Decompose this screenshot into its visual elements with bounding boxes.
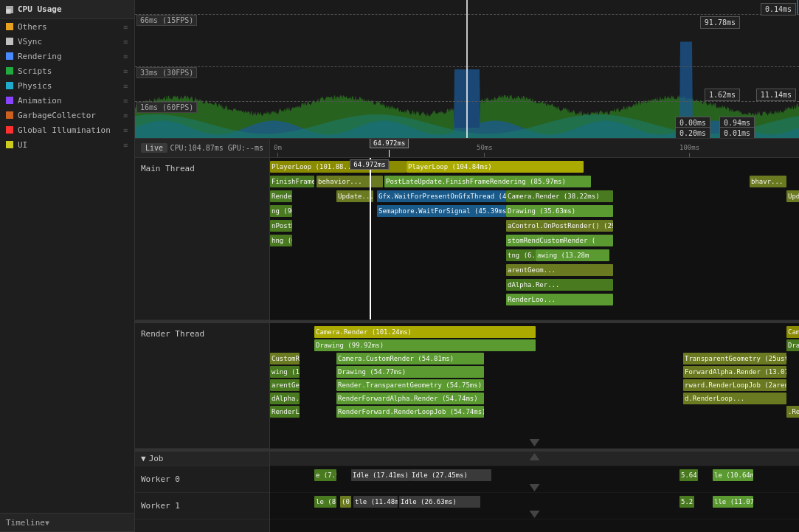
timeline-bar[interactable]: Gfx.WaitForPresentOnGfxThread (45.39ms)	[377, 190, 506, 202]
timeline-bar[interactable]: Update...	[336, 190, 373, 202]
sidebar-title: CPU Usage	[18, 4, 62, 14]
timeline-bar[interactable]: CustomRend...	[270, 353, 300, 365]
timeline-bar[interactable]: le (10.64m	[713, 469, 753, 481]
timeline-bar[interactable]: Update...	[786, 190, 799, 202]
legend-item-scripts[interactable]: Scripts ≡	[0, 63, 134, 78]
legend-label-5: Animation	[18, 96, 123, 106]
main-area: 66ms (15FPS) 33ms (30FPS) 16ms (60FPS) 0…	[135, 0, 799, 532]
legend-item-rendering[interactable]: Rendering ≡	[0, 49, 134, 63]
timeline-bar[interactable]: arentGeom...	[270, 379, 300, 391]
timeline-bar[interactable]: Drawing (35.63ms)	[506, 205, 613, 217]
timeline-bar[interactable]: RenderForwardAlpha.Render (54.74ms)	[336, 393, 484, 404]
timeline-bar[interactable]: tle (11.48ms)	[353, 496, 398, 508]
timeline-bar[interactable]: stomRendCustomRender (	[506, 235, 613, 246]
legend-item-animation[interactable]: Animation ≡	[0, 93, 134, 108]
timeline-bar[interactable]: le (8.81m	[314, 496, 336, 508]
scroll-down-arrow[interactable]	[530, 439, 540, 446]
timeline-bar[interactable]: e (7.98m	[314, 469, 336, 481]
timeline-bar[interactable]: awing (13.28m	[536, 249, 609, 261]
timeline-bar[interactable]: Drawing (54.77ms)	[336, 366, 484, 378]
timeline-bar[interactable]: Camera.Render (38.22ms)	[506, 190, 613, 202]
legend-item-garbagecollector[interactable]: GarbageCollector ≡	[0, 108, 134, 122]
timeline-bar[interactable]: behavior...	[317, 176, 383, 187]
timeline-bar[interactable]: nPostR...	[270, 220, 292, 232]
timeline-bar[interactable]: 5.64...	[679, 469, 698, 481]
timeline-bar[interactable]: Semaphore.WaitForSignal (45.39ms)	[377, 205, 506, 217]
legend-item-vsync[interactable]: VSync ≡	[0, 34, 134, 49]
timeline-dropdown-icon[interactable]: ▼	[45, 519, 49, 527]
timeline-bar[interactable]: Camera.Render (100.15ms)	[786, 326, 799, 338]
scroll-down-worker1[interactable]	[530, 511, 540, 518]
legend-item-global-illumination[interactable]: Global Illumination ≡	[0, 122, 134, 137]
legend-label-7: Global Illumination	[18, 125, 123, 135]
timeline-bar[interactable]: arentGeom...	[506, 264, 613, 276]
scroll-up-arrow-job[interactable]	[530, 453, 540, 460]
render-thread-label: Render Thread	[135, 323, 269, 449]
timeline-bar[interactable]: Render (2)...	[270, 190, 292, 202]
legend-label-8: UI	[18, 140, 123, 150]
timeline-bar[interactable]: RenderLoo...	[506, 294, 613, 305]
worker0-track[interactable]: e (7.98mIdle (17.41ms)Idle (27.45ms)5.64…	[270, 466, 799, 493]
job-section-label[interactable]: ▼ Job	[135, 452, 269, 466]
legend-item-physics[interactable]: Physics ≡	[0, 78, 134, 93]
timeline-bar[interactable]: Idle (26.63ms)	[399, 496, 480, 508]
timeline-bar[interactable]: wing (12.8...	[270, 366, 300, 378]
timeline-bar[interactable]: Idle (17.41ms)	[351, 469, 410, 481]
timeline-bar[interactable]: RenderLoop	[270, 406, 300, 418]
live-button[interactable]: Live	[141, 143, 167, 153]
timeline-bar[interactable]: PlayerLoop (101.88...	[270, 161, 407, 173]
job-collapse-icon[interactable]: ▼	[141, 454, 146, 463]
timeline-section: Live CPU:104.87ms GPU:--ms Main Thread R…	[135, 139, 799, 532]
timeline-labels: Live CPU:104.87ms GPU:--ms Main Thread R…	[135, 139, 270, 532]
fps-label-60: 16ms (60FPS)	[136, 102, 197, 113]
legend-color-0	[6, 23, 13, 30]
timeline-tracks[interactable]: 64.972ms 0m 50ms 100ms 150ms	[270, 139, 799, 532]
worker0-label: Worker 0	[135, 466, 269, 493]
legend-dots-5: ≡	[123, 97, 128, 105]
timeline-bar[interactable]: dAlpha.Rend	[270, 393, 300, 404]
timeline-bar[interactable]: dAlpha.Rer...	[506, 279, 613, 291]
timeline-bar[interactable]: .RenderLoop...	[786, 406, 799, 418]
timeline-bar[interactable]: PlayerLoop (104.84ms)	[407, 161, 584, 173]
legend-items: Others ≡ VSync ≡ Rendering ≡ Scripts ≡ P…	[0, 19, 134, 513]
cpu-usage-chart[interactable]: 66ms (15FPS) 33ms (30FPS) 16ms (60FPS) 0…	[135, 0, 799, 139]
timeline-bar[interactable]: rward.RenderLoopJob (2arentGeome	[683, 379, 786, 391]
legend-dots-8: ≡	[123, 141, 128, 149]
timeline-bar[interactable]: lle (11.07mi	[713, 496, 753, 508]
timeline-bar[interactable]: ng (96.4...	[270, 205, 292, 217]
legend-item-ui[interactable]: UI ≡	[0, 137, 134, 152]
ruler-tick-50ms: 50ms	[477, 144, 493, 157]
timeline-bar[interactable]: Idle (27.45ms)	[410, 469, 491, 481]
scroll-down-worker0[interactable]	[530, 484, 540, 491]
legend-dots-1: ≡	[123, 38, 128, 46]
legend-dots-7: ≡	[123, 126, 128, 134]
legend-color-1	[6, 38, 13, 45]
timeline-bar[interactable]: RenderForward.RenderLoopJob (54.74ms)	[336, 406, 484, 418]
timeline-bar[interactable]: TransparentGeometry (25ustomRender	[683, 353, 786, 365]
timeline-bar[interactable]: Drawing (99.92ms)	[314, 339, 536, 351]
fps-line-15: 66ms (15FPS)	[135, 14, 799, 26]
legend-item-others[interactable]: Others ≡	[0, 19, 134, 34]
legend-color-3	[6, 67, 13, 75]
timeline-bar[interactable]: 5.2...	[679, 496, 694, 508]
timeline-bar[interactable]: ForwardAlpha.Render (13.07ms)	[683, 366, 786, 378]
render-thread-track[interactable]: Camera.Render (101.24ms)Camera.Render (1…	[270, 323, 799, 449]
timeline-bar[interactable]: aControl.OnPostRender() (29...)	[506, 220, 613, 232]
timeline-bar[interactable]: Render.TransparentGeometry (54.75ms)	[336, 379, 484, 391]
timeline-bar[interactable]: d.RenderLoop...	[683, 393, 786, 404]
timeline-bar[interactable]: Camera.CustomRender (54.81ms)	[336, 353, 484, 365]
sidebar: ▣ CPU Usage Others ≡ VSync ≡ Rendering ≡…	[0, 0, 135, 532]
timeline-bar[interactable]: (0.52t	[340, 496, 351, 508]
timeline-bar[interactable]: hng (6.8...	[270, 235, 292, 246]
timeline-bar[interactable]: Drawing (98.66ms)	[786, 339, 799, 351]
timeline-bar[interactable]: bhavr...	[750, 176, 786, 187]
timeline-bar[interactable]: tng (6.5...	[506, 249, 536, 261]
timeline-bar[interactable]: Camera.Render (101.24ms)	[314, 326, 536, 338]
timeline-bar[interactable]: FinishFrame...	[270, 176, 314, 187]
legend-label-2: Rendering	[18, 52, 123, 61]
timeline-bar[interactable]: PostLateUpdate.FinishFrameRendering (85.…	[384, 176, 591, 187]
legend-label-4: Physics	[18, 81, 123, 91]
worker1-track[interactable]: le (8.81m(0.52ttle (11.48ms)Idle (26.63m…	[270, 493, 799, 519]
legend-label-3: Scripts	[18, 66, 123, 76]
main-thread-track[interactable]: 64.972ms PlayerLoop (101.88...PlayerLoop…	[270, 158, 799, 320]
